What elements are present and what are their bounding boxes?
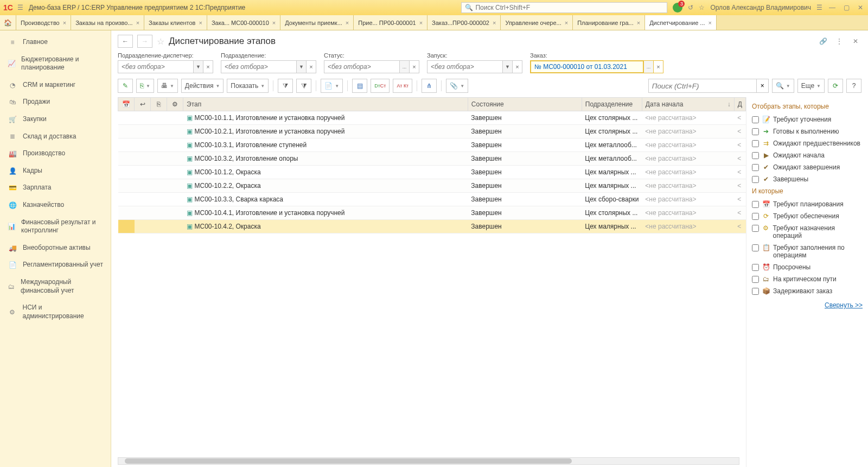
refresh-button[interactable]: ⟳ [828,79,843,93]
sidebar-item[interactable]: 📊Финансовый результат и контроллинг [0,214,111,239]
table-search-input[interactable] [648,79,757,93]
tab-close-icon[interactable]: × [637,20,640,26]
tab-close-icon[interactable]: × [419,20,423,26]
close-page-button[interactable]: ✕ [850,35,861,47]
filter-checkbox[interactable] [752,116,759,123]
col-link[interactable]: ↩ [135,98,151,111]
table-row[interactable]: ▣МС00-10.1.2, ОкраскаЗавершенЦех малярны… [118,166,746,179]
tab[interactable]: Заказы на произво...× [71,15,144,30]
filter-check-row[interactable]: 🗂На критическом пути [752,273,863,285]
list-button[interactable]: ▤ [352,79,367,93]
sidebar-item[interactable]: 🌐Казначейство [0,197,111,214]
notification-icon[interactable]: 3 [673,3,682,12]
filter-launch-input[interactable] [427,60,503,73]
edit-button[interactable]: ✎ [118,79,133,93]
filter-check-row[interactable]: ⟳Требуют обеспечения [752,210,863,222]
tab-close-icon[interactable]: × [709,20,712,26]
tab-close-icon[interactable]: × [63,20,66,26]
link-icon[interactable]: 🔗 [817,35,829,47]
tab-close-icon[interactable]: × [199,20,202,26]
sidebar-item[interactable]: 🚚Внеоборотные активы [0,239,111,257]
sidebar-item[interactable]: 🏭Производство [0,145,111,162]
col-start[interactable]: Дата начала↓ [642,98,734,111]
user-name[interactable]: Орлов Александр Владимирович [710,4,811,11]
tab-close-icon[interactable]: × [493,20,496,26]
col-end[interactable]: Д [734,98,745,111]
filter-check-row[interactable]: 📅Требуют планирования [752,198,863,210]
star-icon[interactable]: ☆ [699,4,705,11]
dropdown-icon[interactable]: ▼ [297,60,307,73]
table-row[interactable]: ▣МС00-10.2.1, Изготовление и установка п… [118,125,746,138]
filter-button[interactable]: ⧩ [278,79,293,93]
filter-check-row[interactable]: 📦Задерживают заказ [752,285,863,297]
filter-checkbox[interactable] [752,140,759,147]
history-icon[interactable]: ↺ [688,4,693,11]
table-row[interactable]: ▣МС00-10.2.2, ОкраскаЗавершенЦех малярны… [118,179,746,193]
filter-check-row[interactable]: 📋Требуют заполнения по операциям [752,242,863,261]
tab[interactable]: Заказы клиентов× [144,15,207,30]
sidebar-item[interactable]: 📈Бюджетирование и планирование [0,51,111,77]
report-button[interactable]: 📄▼ [321,79,343,93]
favorite-icon[interactable]: ☆ [157,36,164,47]
atkt-button[interactable]: Ат Кт [393,79,412,93]
filter-checkbox[interactable] [752,213,759,220]
filter-dispatcher-input[interactable] [118,60,194,73]
sidebar-item[interactable]: ◔CRM и маркетинг [0,77,111,94]
sidebar-item[interactable]: 🛍Продажи [0,93,111,111]
col-state[interactable]: Состояние [468,98,582,111]
filter-clear-button[interactable]: ⧩̸ [296,79,311,93]
clear-icon[interactable]: × [757,79,769,93]
home-tab[interactable]: 🏠 [0,15,16,30]
tab-close-icon[interactable]: × [272,20,276,26]
filter-checkbox[interactable] [752,201,759,208]
table-row[interactable]: ▣МС00-10.1.1, Изготовление и установка п… [118,111,746,125]
tab-close-icon[interactable]: × [346,20,349,26]
clear-icon[interactable]: × [307,60,316,73]
dropdown-icon[interactable]: ... [400,60,410,73]
filter-check-row[interactable]: ✔Завершены [752,173,863,185]
tab-close-icon[interactable]: × [565,20,568,26]
tab[interactable]: Управление очере...× [501,15,573,30]
sidebar-item[interactable]: 🛒Закупки [0,111,111,128]
dropdown-icon[interactable]: ▼ [194,60,203,73]
col-stage[interactable]: Этап [183,98,468,111]
tab[interactable]: Прие... ПР00-000001× [354,15,427,30]
tab[interactable]: Зака... МС00-000010× [207,15,280,30]
find-button[interactable]: 🔍▼ [772,79,794,93]
sidebar-item[interactable]: 💳Зарплата [0,179,111,197]
help-button[interactable]: ? [846,79,861,93]
tab-close-icon[interactable]: × [136,20,139,26]
dropdown-icon[interactable]: ▼ [503,60,513,73]
more-icon[interactable]: ⋮ [833,35,845,47]
col-dept[interactable]: Подразделение [582,98,642,111]
table-row[interactable]: ▣МС00-10.4.1, Изготовление и установка п… [118,206,746,220]
sidebar-item[interactable]: ≡Главное [0,34,111,51]
sidebar-item[interactable]: 👤Кадры [0,162,111,180]
tab[interactable]: Заказ...ПР00-000002× [427,15,501,30]
filter-checkbox[interactable] [752,176,759,183]
settings-icon[interactable]: ☰ [816,4,822,11]
maximize-button[interactable]: ▢ [842,4,851,11]
table-row[interactable]: ▣МС00-10.3.2, Изготовление опорыЗавершен… [118,152,746,166]
tab[interactable]: Документы приемк...× [280,15,354,30]
filter-check-row[interactable]: ✔Ожидают завершения [752,161,863,173]
filter-check-row[interactable]: ⚙Требуют назначения операций [752,222,863,242]
filter-checkbox[interactable] [752,288,759,295]
show-button[interactable]: Показать▼ [227,79,269,93]
filter-checkbox[interactable] [752,244,759,251]
col-copy[interactable]: ⎘ [151,98,167,111]
sidebar-item[interactable]: 📄Регламентированный учет [0,256,111,274]
tab[interactable]: Диспетчирование ...× [645,15,717,30]
minimize-button[interactable]: — [828,4,837,11]
tab[interactable]: Планирование гра...× [573,15,645,30]
clear-icon[interactable]: × [203,60,213,73]
actions-button[interactable]: Действия▼ [181,79,224,93]
global-search[interactable]: 🔍 [461,2,667,13]
share-button[interactable]: ⋔ [422,79,437,93]
dropdown-icon[interactable]: ... [644,60,654,73]
filter-check-row[interactable]: ⇉Ожидают предшественников [752,137,863,149]
horizontal-scrollbar[interactable] [118,457,739,465]
filter-check-row[interactable]: ➔Готовы к выполнению [752,125,863,137]
filter-checkbox[interactable] [752,164,759,171]
filter-checkbox[interactable] [752,264,759,271]
